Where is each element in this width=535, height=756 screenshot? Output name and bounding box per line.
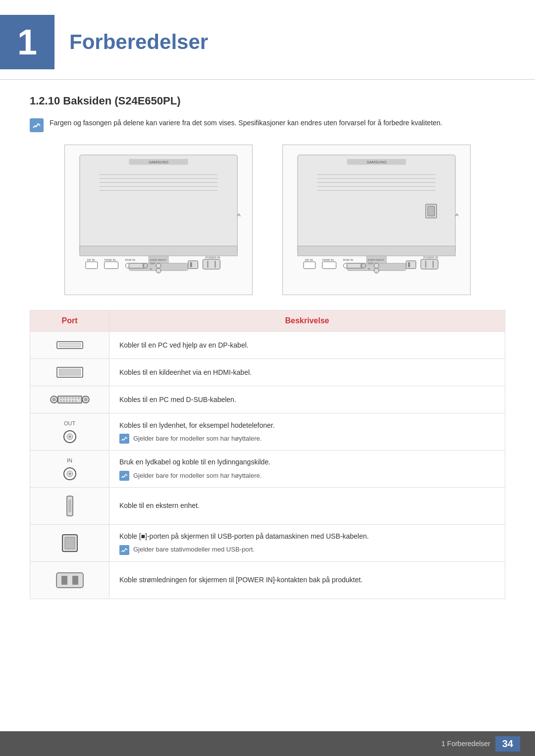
svg-rect-104 [72, 576, 78, 585]
svg-point-22 [156, 263, 161, 268]
svg-point-82 [75, 398, 76, 399]
port-icon-cell [30, 561, 109, 599]
svg-point-97 [69, 473, 71, 475]
svg-rect-40 [428, 206, 434, 216]
svg-text:HDMI IN: HDMI IN [322, 258, 334, 261]
svg-rect-48 [322, 262, 336, 269]
svg-text:In: In [150, 268, 152, 270]
svg-point-85 [63, 401, 64, 402]
svg-rect-103 [61, 576, 67, 585]
svg-text:RGB IN: RGB IN [343, 258, 353, 261]
port-icon-cell [30, 386, 109, 413]
svg-point-94 [69, 436, 71, 438]
svg-point-83 [78, 398, 79, 399]
svg-rect-102 [56, 573, 83, 588]
sub-note-icon [119, 471, 129, 481]
svg-point-88 [72, 401, 73, 402]
svg-text:A: A [237, 212, 241, 217]
table-header-port: Port [30, 310, 109, 332]
svg-point-89 [75, 401, 76, 402]
port-icon-cell [30, 332, 109, 359]
table-cell-description: Kobler til en PC ved hjelp av en DP-kabe… [109, 332, 505, 359]
table-row: Kobles til en kildeenhet via en HDMI-kab… [30, 359, 505, 386]
table-cell-description: Kobles til en kildeenhet via en HDMI-kab… [109, 359, 505, 386]
sub-note-text: Gjelder bare for modeller som har høytta… [133, 471, 262, 481]
table-cell-description: Kobles til en PC med D-SUB-kabelen. [109, 386, 505, 413]
main-content: 1.2.10 Baksiden (S24E650PL) Fargen og fa… [0, 95, 535, 599]
svg-rect-46 [304, 262, 316, 269]
svg-rect-51 [347, 263, 362, 268]
chapter-number: 1 [0, 15, 54, 69]
svg-rect-101 [65, 537, 75, 549]
footer-page-number: 34 [495, 736, 520, 752]
table-row: Koble [■]-porten på skjermen til USB-por… [30, 524, 505, 561]
svg-point-91 [84, 398, 87, 401]
footer-chapter-label: 1 Forberedelser [441, 740, 490, 748]
note-text: Fargen og fasongen på delene kan variere… [50, 117, 442, 128]
monitor-diagram-right: SAMSUNG A DP IN [282, 145, 471, 295]
svg-point-80 [69, 398, 70, 399]
svg-text:SAMSUNG: SAMSUNG [367, 160, 386, 164]
svg-point-79 [66, 398, 67, 399]
svg-text:DP IN: DP IN [87, 258, 95, 261]
svg-point-77 [60, 398, 61, 399]
svg-text:A: A [455, 212, 459, 217]
svg-point-78 [63, 398, 64, 399]
svg-rect-62 [406, 261, 416, 269]
table-row: Kobles til en PC med D-SUB-kabelen. [30, 386, 505, 413]
chapter-header: 1 Forberedelser [0, 0, 535, 80]
svg-point-84 [60, 401, 61, 402]
table-cell-description: Kobles til en lydenhet, for eksempel hod… [109, 413, 505, 451]
svg-point-87 [69, 401, 70, 402]
sub-note-icon [119, 434, 129, 444]
svg-text:AUDIO IN/OUT: AUDIO IN/OUT [368, 259, 384, 261]
sub-note-text: Gjelder bare for modeller som har høytta… [133, 434, 262, 444]
sub-note-icon [119, 545, 129, 555]
note-box: Fargen og fasongen på delene kan variere… [30, 117, 505, 132]
svg-point-57 [374, 268, 379, 273]
svg-text:HDMI IN: HDMI IN [105, 258, 116, 261]
port-icon-cell [30, 487, 109, 524]
svg-rect-18 [129, 263, 144, 268]
chapter-title: Forberedelser [69, 30, 208, 54]
page-footer: 1 Forberedelser 34 [0, 731, 535, 756]
port-icon-cell: IN [30, 451, 109, 488]
monitor-diagram-left: SAMSUNG A DP IN HDMI IN [64, 145, 253, 295]
monitors-section: SAMSUNG A DP IN HDMI IN [30, 145, 505, 295]
svg-rect-15 [105, 262, 118, 269]
svg-text:AUDIO IN/OUT: AUDIO IN/OUT [150, 259, 166, 261]
svg-rect-30 [190, 262, 192, 267]
svg-point-55 [374, 263, 379, 268]
table-cell-description: Koble strømledningen for skjermen til [P… [109, 561, 505, 599]
table-header-description: Beskrivelse [109, 310, 505, 332]
table-row: Kobler til en PC ved hjelp av en DP-kabe… [30, 332, 505, 359]
table-row: Koble til en ekstern enhet. [30, 487, 505, 524]
sub-note-text: Gjelder bare stativmodeller med USB-port… [133, 545, 255, 555]
svg-point-75 [53, 398, 55, 401]
svg-point-81 [72, 398, 73, 399]
svg-rect-10 [80, 246, 237, 256]
svg-text:OUT: OUT [368, 262, 374, 265]
svg-rect-59 [421, 259, 438, 269]
svg-text:OUT: OUT [150, 262, 156, 265]
svg-text:POWER IN: POWER IN [205, 256, 220, 259]
ports-table: Port Beskrivelse Kobler til en PC ved hj… [30, 310, 505, 599]
sub-note: Gjelder bare for modeller som har høytta… [119, 471, 495, 481]
svg-rect-29 [188, 261, 198, 269]
svg-rect-13 [86, 262, 98, 269]
port-icon-cell [30, 359, 109, 386]
svg-point-86 [66, 401, 67, 402]
svg-text:SAMSUNG: SAMSUNG [149, 160, 168, 164]
table-cell-description: Koble [■]-porten på skjermen til USB-por… [109, 524, 505, 561]
svg-rect-65 [59, 343, 81, 347]
svg-rect-76 [58, 396, 82, 403]
note-icon [30, 118, 44, 132]
port-icon-cell: OUT [30, 413, 109, 451]
svg-rect-26 [203, 259, 220, 269]
table-row: OUT Kobles til en lydenhet, for eksempel… [30, 413, 505, 451]
svg-rect-63 [408, 262, 410, 267]
port-icon-cell [30, 524, 109, 561]
table-row: Koble strømledningen for skjermen til [P… [30, 561, 505, 599]
svg-point-24 [156, 268, 161, 273]
svg-text:RGB IN: RGB IN [125, 258, 135, 261]
